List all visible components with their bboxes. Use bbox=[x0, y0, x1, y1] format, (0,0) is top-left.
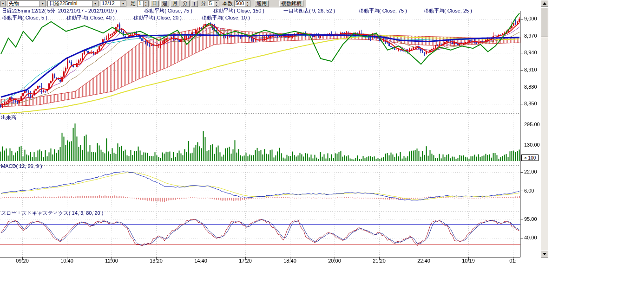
symbol-select[interactable]: 日経225mini ▼ bbox=[47, 0, 99, 7]
scroll-down-button[interactable] bbox=[541, 251, 548, 257]
app-window: ▼ 先物 ▼ 日経225mini ▼ 12/12 ▼ 足 1 ▲▼ 日 週 月 … bbox=[0, 0, 644, 296]
minute-spinner[interactable]: 5 ▲▼ bbox=[208, 0, 219, 7]
chevron-down-icon: ▼ bbox=[120, 1, 126, 6]
legend-ichimoku: 一目均衡表( 9, 26, 52 ) bbox=[283, 7, 335, 14]
period-minute-button[interactable]: 分 bbox=[181, 0, 190, 7]
arrow-up-icon bbox=[543, 2, 546, 5]
macd-tick-label: 6.00 bbox=[524, 188, 534, 193]
price-tick-label: 9,000 bbox=[524, 16, 537, 21]
bar-count-spinner-value: 500 bbox=[235, 1, 245, 6]
interval-label: 足 bbox=[131, 1, 136, 6]
chevron-down-icon: ▼ bbox=[92, 1, 98, 6]
scroll-up-button[interactable] bbox=[541, 0, 548, 7]
legend-ma150: 移動平均( Close, 150 ) bbox=[213, 7, 264, 14]
spin-down-icon: ▼ bbox=[214, 4, 219, 6]
time-tick-label: 21:20 bbox=[365, 258, 393, 264]
time-tick-label: 14:40 bbox=[187, 258, 215, 264]
spin-down-icon: ▼ bbox=[144, 4, 148, 6]
spinner-arrows[interactable]: ▲▼ bbox=[214, 1, 219, 6]
time-tick-label: 10:40 bbox=[53, 258, 81, 264]
time-tick-label: 18:40 bbox=[276, 258, 304, 264]
minute-spinner-value: 5 bbox=[208, 1, 214, 6]
legend-ma75: 移動平均( Close, 75 ) bbox=[144, 7, 192, 14]
volume-panel-label: 出来高 bbox=[1, 114, 16, 121]
stoch-panel-label: スロー・ストキャスティクス( 14, 3, 80, 20 ) bbox=[1, 210, 103, 217]
stoch-tick-label: 40.00 bbox=[524, 235, 537, 240]
multi-symbol-button[interactable]: 複数銘柄 bbox=[279, 0, 303, 7]
time-tick-label: 17:20 bbox=[231, 258, 259, 264]
spinner-arrows[interactable]: ▲▼ bbox=[143, 1, 148, 6]
category-select-value: 先物 bbox=[7, 1, 20, 6]
time-tick-label: 20:00 bbox=[321, 258, 348, 264]
spin-down-icon: ▼ bbox=[245, 4, 250, 6]
legend-ma40: 移動平均( Close, 40 ) bbox=[66, 14, 115, 21]
macd-panel-label: MACD( 12, 26, 9 ) bbox=[1, 163, 42, 169]
bar-count-spinner[interactable]: 500 ▲▼ bbox=[234, 0, 250, 7]
arrow-down-icon bbox=[543, 253, 546, 255]
stoch-tick-label: 95.00 bbox=[524, 216, 537, 222]
volume-tick-label: 130.00 bbox=[524, 142, 540, 148]
interval-spinner-value: 1 bbox=[138, 1, 143, 6]
chevron-down-icon: ▼ bbox=[39, 1, 46, 6]
apply-button[interactable]: 適用 bbox=[255, 0, 269, 7]
period-day-button[interactable]: 日 bbox=[150, 0, 159, 7]
bar-count-label: 本数 bbox=[223, 1, 233, 6]
period-tick-button[interactable]: T bbox=[191, 0, 198, 7]
contract-month-select[interactable]: 12/12 ▼ bbox=[100, 0, 126, 7]
legend-ma5: 移動平均( Close, 5 ) bbox=[2, 14, 47, 21]
volume-multiplier-badge: × 100 bbox=[521, 154, 539, 161]
legend-ma25: 移動平均( Close, 25 ) bbox=[424, 7, 472, 14]
minute-label: 分 bbox=[201, 1, 206, 6]
period-month-button[interactable]: 月 bbox=[171, 0, 179, 7]
price-tick-label: 8,880 bbox=[524, 84, 537, 90]
spinner-arrows[interactable]: ▲▼ bbox=[245, 1, 250, 6]
price-tick-label: 8,850 bbox=[524, 101, 537, 106]
symbol-select-value: 日経225mini bbox=[48, 1, 79, 6]
price-tick-label: 8,970 bbox=[524, 33, 537, 39]
price-tick-label: 8,910 bbox=[524, 67, 537, 72]
time-tick-label: 10/19 bbox=[454, 258, 482, 264]
time-tick-label: 01: bbox=[499, 258, 527, 264]
time-tick-label: 09:20 bbox=[8, 258, 36, 264]
time-tick-label: 22:40 bbox=[410, 258, 438, 264]
scroll-thumb[interactable] bbox=[541, 7, 548, 37]
price-tick-label: 8,940 bbox=[524, 50, 537, 55]
interval-spinner[interactable]: 1 ▲▼ bbox=[137, 0, 149, 7]
legend-ma20: 移動平均( Close, 20 ) bbox=[133, 14, 182, 21]
legend-ma75b: 移動平均( Close, 75 ) bbox=[359, 7, 407, 14]
chevron-down-icon: ▼ bbox=[1, 2, 5, 5]
time-tick-label: 13:20 bbox=[142, 258, 170, 264]
chart-canvas[interactable] bbox=[0, 7, 523, 267]
collapse-button[interactable]: ▼ bbox=[0, 0, 6, 7]
period-week-button[interactable]: 週 bbox=[160, 0, 169, 7]
chart-title: 日経225mini 12/12( 5分, 2012/10/17 - 2012/1… bbox=[2, 7, 117, 14]
toolbar: ▼ 先物 ▼ 日経225mini ▼ 12/12 ▼ 足 1 ▲▼ 日 週 月 … bbox=[0, 0, 306, 7]
contract-month-select-value: 12/12 bbox=[100, 1, 116, 6]
legend-ma10: 移動平均( Close, 10 ) bbox=[202, 14, 250, 21]
category-select[interactable]: 先物 ▼ bbox=[7, 0, 46, 7]
macd-tick-label: 22.00 bbox=[524, 169, 537, 174]
vertical-scrollbar[interactable] bbox=[541, 0, 548, 258]
volume-tick-label: 295.00 bbox=[524, 122, 540, 127]
time-tick-label: 12:00 bbox=[98, 258, 125, 264]
